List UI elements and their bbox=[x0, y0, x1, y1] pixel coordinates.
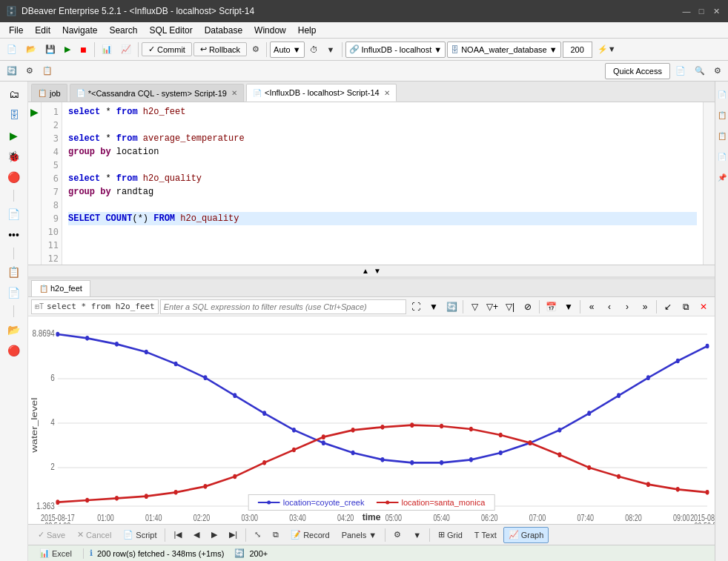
tab-influxdb[interactable]: 📄 <InfluxDB - localhost> Script-14 ✕ bbox=[246, 84, 397, 102]
explain-plan-button[interactable]: 📈 bbox=[117, 41, 135, 59]
nav-icon-6[interactable]: 📄 bbox=[4, 205, 24, 224]
nav-icon-7[interactable]: ••• bbox=[4, 225, 24, 245]
svg-text:23:54:03: 23:54:03 bbox=[44, 520, 70, 524]
rows-limit-input[interactable] bbox=[563, 42, 592, 58]
commit-button[interactable]: ✓ Commit bbox=[142, 42, 192, 56]
new-script-button[interactable]: 📄 bbox=[3, 41, 21, 59]
menu-help[interactable]: Help bbox=[292, 24, 322, 37]
nav-icon-1[interactable]: 🗂 bbox=[4, 84, 24, 104]
scroll-up-icon[interactable]: ▲ bbox=[362, 267, 369, 275]
tb2-btn3[interactable]: 📋 bbox=[39, 62, 56, 80]
svg-point-20 bbox=[322, 440, 325, 445]
results-settings-btn[interactable]: ▼ bbox=[426, 299, 442, 314]
open-button[interactable]: 📂 bbox=[22, 41, 40, 59]
cancel-action-button[interactable]: ✕ Cancel bbox=[72, 527, 116, 543]
menu-edit[interactable]: Edit bbox=[29, 24, 56, 37]
nav-icon-4[interactable]: 🐞 bbox=[4, 147, 24, 166]
settings-gear-button[interactable]: ⚙ bbox=[388, 527, 406, 543]
settings-dropdown[interactable]: ▼ bbox=[408, 527, 426, 543]
editor-content[interactable]: select * from h2o_feet select * from ave… bbox=[62, 102, 703, 265]
nav-icon-5[interactable]: 🔴 bbox=[4, 167, 24, 187]
prev-prev-btn[interactable]: « bbox=[583, 299, 600, 314]
grid-button[interactable]: ⊞ Grid bbox=[433, 527, 468, 543]
menu-window[interactable]: Window bbox=[248, 24, 292, 37]
nav-icon-11[interactable]: 🔴 bbox=[4, 341, 24, 360]
fullscreen-button[interactable]: ⛶ bbox=[408, 299, 424, 314]
svg-text:07:40: 07:40 bbox=[578, 513, 594, 523]
explain-button[interactable]: 📊 bbox=[98, 41, 116, 59]
record-button[interactable]: 📝 Record bbox=[285, 527, 334, 543]
time-btn-drop[interactable]: ▼ bbox=[560, 299, 577, 314]
filter-or-btn[interactable]: ▽| bbox=[502, 299, 518, 314]
script-button[interactable]: 📄 Script bbox=[118, 527, 162, 543]
next-next-btn[interactable]: » bbox=[637, 299, 653, 314]
nav-icon-9[interactable]: 📄 bbox=[4, 283, 24, 302]
tb2-btn1[interactable]: 🔄 bbox=[3, 62, 21, 80]
copy-button[interactable]: ⧉ bbox=[268, 527, 284, 543]
maximize-button[interactable]: □ bbox=[695, 5, 707, 17]
menu-search[interactable]: Search bbox=[103, 24, 143, 37]
save-action-button[interactable]: ✓ Save bbox=[33, 527, 70, 543]
tab-influxdb-icon: 📄 bbox=[253, 89, 262, 97]
scroll-down-icon[interactable]: ▼ bbox=[374, 267, 381, 275]
db-connection-selector[interactable]: 🔗 InfluxDB - localhost ▼ bbox=[345, 42, 446, 58]
menu-sql-editor[interactable]: SQL Editor bbox=[143, 24, 198, 37]
save-button[interactable]: 💾 bbox=[42, 41, 59, 59]
move-first-button[interactable]: |◀ bbox=[168, 527, 187, 543]
delete-row-btn[interactable]: ✕ bbox=[695, 299, 712, 314]
next-btn[interactable]: › bbox=[619, 299, 635, 314]
editor-scrollbar[interactable] bbox=[703, 102, 715, 265]
close-button[interactable]: ✕ bbox=[710, 5, 722, 17]
move-next-button[interactable]: ▶ bbox=[206, 527, 222, 543]
nav-icon-3[interactable]: ▶ bbox=[4, 126, 24, 145]
filter-and-btn[interactable]: ▽+ bbox=[484, 299, 500, 314]
minimize-button[interactable]: — bbox=[681, 5, 692, 17]
tb2-btn2[interactable]: ⚙ bbox=[22, 62, 37, 80]
tab-cassandra[interactable]: 📄 *<Cassandra CQL - system> Script-19 ✕ bbox=[70, 84, 244, 102]
stop-button[interactable]: ⏹ bbox=[76, 41, 91, 59]
nav-icon-2[interactable]: 🗄 bbox=[4, 105, 24, 125]
text-button[interactable]: T Text bbox=[469, 527, 502, 543]
tab-cassandra-close[interactable]: ✕ bbox=[231, 89, 237, 97]
schema-selector[interactable]: 🗄 NOAA_water_database ▼ bbox=[447, 42, 560, 58]
tab-job[interactable]: 📋 job bbox=[31, 84, 67, 102]
excel-button[interactable]: 📊 Excel bbox=[34, 545, 77, 562]
move-prev-button[interactable]: ◀ bbox=[188, 527, 205, 543]
timer-dropdown[interactable]: ▼ bbox=[323, 41, 339, 59]
menu-file[interactable]: File bbox=[3, 24, 29, 37]
nav-icon-10[interactable]: 📂 bbox=[4, 320, 24, 339]
run-button[interactable]: ▶ bbox=[61, 41, 74, 59]
move-last-button[interactable]: ▶| bbox=[224, 527, 242, 543]
results-table-icon: 📋 bbox=[39, 285, 48, 293]
refresh-button[interactable]: 🔄 bbox=[443, 299, 460, 314]
panels-button[interactable]: Panels ▼ bbox=[337, 527, 383, 543]
copy-row-btn[interactable]: ⧉ bbox=[678, 299, 694, 314]
tb2-right2[interactable]: 🔍 bbox=[691, 62, 709, 80]
filter-input[interactable] bbox=[160, 299, 406, 314]
code-line-3: select * from average_temperature bbox=[68, 132, 697, 145]
secondary-toolbar: 🔄 ⚙ 📋 Quick Access 📄 🔍 ⚙ bbox=[0, 61, 728, 82]
x-axis-label: time bbox=[363, 512, 381, 522]
settings-button[interactable]: ⚙ bbox=[248, 41, 263, 59]
results-tab-h2o-feet[interactable]: 📋 h2o_feet bbox=[31, 280, 90, 296]
tb2-right3[interactable]: ⚙ bbox=[710, 62, 725, 80]
graph-button[interactable]: 📈 Graph bbox=[503, 527, 549, 543]
rollback-button[interactable]: ↩ Rollback bbox=[193, 42, 247, 56]
calendar-btn[interactable]: 📅 bbox=[543, 299, 559, 314]
auto-commit-dropdown[interactable]: Auto ▼ bbox=[270, 42, 305, 58]
tab-influxdb-close[interactable]: ✕ bbox=[384, 89, 390, 97]
nav-icon-8[interactable]: 📋 bbox=[4, 262, 24, 282]
rows-btn[interactable]: ⚡▼ bbox=[594, 41, 620, 59]
legend-coyote-creek: location=coyote_creek bbox=[258, 498, 365, 507]
menu-navigate[interactable]: Navigate bbox=[56, 24, 103, 37]
timer-button[interactable]: ⏱ bbox=[306, 41, 322, 59]
quick-access-button[interactable]: Quick Access bbox=[605, 63, 670, 79]
expand-button[interactable]: ⤡ bbox=[249, 527, 266, 543]
menu-database[interactable]: Database bbox=[199, 24, 248, 37]
prev-btn[interactable]: ‹ bbox=[601, 299, 618, 314]
right-icon-1[interactable]: 📄 bbox=[712, 84, 729, 104]
filter-btn[interactable]: ▽ bbox=[466, 299, 483, 314]
clear-filter-btn[interactable]: ⊘ bbox=[520, 299, 536, 314]
tb2-right1[interactable]: 📄 bbox=[672, 62, 689, 80]
add-row-btn[interactable]: ↙ bbox=[660, 299, 676, 314]
